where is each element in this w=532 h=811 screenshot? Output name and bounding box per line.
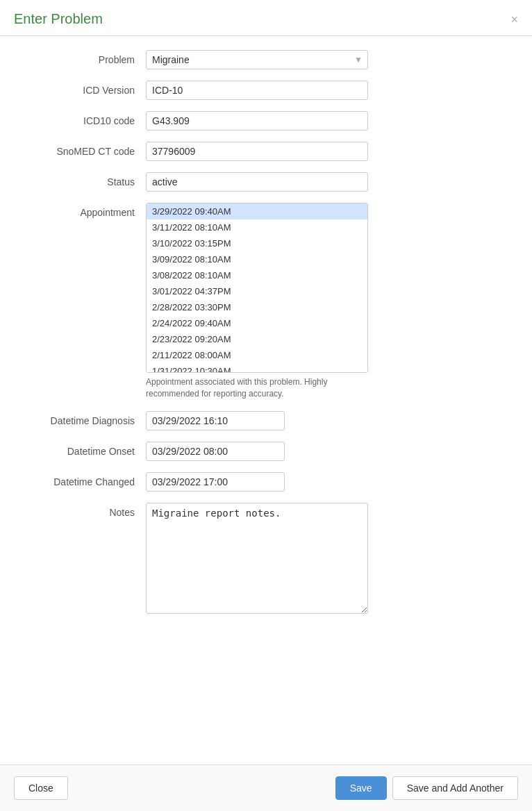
datetime-diagnosis-wrapper (146, 411, 368, 430)
datetime-onset-label: Datetime Onset (21, 442, 146, 457)
appointment-item[interactable]: 3/29/2022 09:40AM (147, 203, 367, 219)
save-button[interactable]: Save (335, 776, 387, 800)
dialog-title: Enter Problem (14, 11, 103, 27)
close-button[interactable]: Close (14, 776, 68, 800)
appointment-item[interactable]: 3/11/2022 08:10AM (147, 219, 367, 235)
dialog-body: Problem Migraine ▼ ICD Version ICD-10 IC… (0, 36, 532, 764)
appointment-label: Appointment (21, 203, 146, 218)
notes-wrapper (146, 503, 368, 616)
appointment-wrapper: 3/29/2022 09:40AM3/11/2022 08:10AM3/10/2… (146, 203, 368, 400)
datetime-onset-input[interactable] (146, 442, 285, 461)
icd10-code-input[interactable] (146, 111, 368, 131)
footer-right: Save Save and Add Another (335, 776, 518, 800)
datetime-diagnosis-row: Datetime Diagnosis (21, 411, 511, 430)
snomed-code-row: SnoMED CT code (21, 142, 511, 161)
datetime-changed-input[interactable] (146, 472, 285, 492)
appointment-item[interactable]: 2/11/2022 08:00AM (147, 347, 367, 363)
notes-label: Notes (21, 503, 146, 518)
datetime-changed-wrapper (146, 472, 368, 492)
close-x-button[interactable]: × (510, 13, 518, 26)
appointment-hint: Appointment associated with this problem… (146, 376, 368, 400)
snomed-code-wrapper (146, 142, 368, 161)
notes-row: Notes (21, 503, 511, 616)
appointment-item[interactable]: 3/09/2022 08:10AM (147, 251, 367, 267)
status-row: Status active inactive resolved (21, 172, 511, 192)
icd-version-label: ICD Version (21, 81, 146, 96)
icd10-code-row: ICD10 code (21, 111, 511, 131)
status-select[interactable]: active inactive resolved (146, 172, 368, 192)
appointment-item[interactable]: 3/08/2022 08:10AM (147, 267, 367, 283)
datetime-diagnosis-input[interactable] (146, 411, 285, 430)
datetime-onset-wrapper (146, 442, 368, 461)
snomed-code-input[interactable] (146, 142, 368, 161)
dialog-header: Enter Problem × (0, 0, 532, 36)
appointment-item[interactable]: 2/23/2022 09:20AM (147, 331, 367, 347)
appointment-list[interactable]: 3/29/2022 09:40AM3/11/2022 08:10AM3/10/2… (146, 203, 368, 373)
enter-problem-dialog: Enter Problem × Problem Migraine ▼ ICD V… (0, 0, 532, 811)
problem-select-wrapper: Migraine ▼ (146, 50, 368, 69)
icd-version-row: ICD Version ICD-10 ICD-9 (21, 81, 511, 100)
problem-row: Problem Migraine ▼ (21, 50, 511, 69)
icd-version-wrapper: ICD-10 ICD-9 (146, 81, 368, 100)
appointment-item[interactable]: 2/28/2022 03:30PM (147, 299, 367, 315)
appointment-item[interactable]: 3/10/2022 03:15PM (147, 235, 367, 251)
notes-textarea[interactable] (146, 503, 368, 614)
status-label: Status (21, 172, 146, 187)
datetime-changed-label: Datetime Changed (21, 472, 146, 487)
appointment-item[interactable]: 2/24/2022 09:40AM (147, 315, 367, 331)
save-and-add-button[interactable]: Save and Add Another (392, 776, 518, 800)
appointment-item[interactable]: 1/31/2022 10:30AM (147, 363, 367, 373)
problem-label: Problem (21, 50, 146, 65)
icd-version-select[interactable]: ICD-10 ICD-9 (146, 81, 368, 100)
appointment-item[interactable]: 3/01/2022 04:37PM (147, 283, 367, 299)
datetime-onset-row: Datetime Onset (21, 442, 511, 461)
datetime-changed-row: Datetime Changed (21, 472, 511, 492)
status-wrapper: active inactive resolved (146, 172, 368, 192)
icd10-code-label: ICD10 code (21, 111, 146, 126)
dialog-footer: Close Save Save and Add Another (0, 764, 532, 811)
problem-select[interactable]: Migraine (146, 50, 368, 69)
appointment-row: Appointment 3/29/2022 09:40AM3/11/2022 0… (21, 203, 511, 400)
datetime-diagnosis-label: Datetime Diagnosis (21, 411, 146, 426)
snomed-code-label: SnoMED CT code (21, 142, 146, 157)
icd10-code-wrapper (146, 111, 368, 131)
